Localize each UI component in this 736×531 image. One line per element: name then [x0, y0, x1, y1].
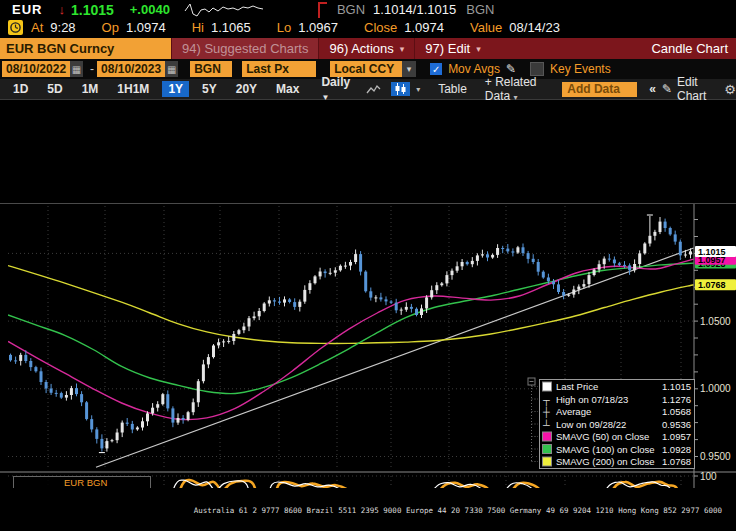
bid-source: BGN	[337, 2, 365, 17]
value-label: Value	[470, 20, 502, 35]
svg-text:0.9536: 0.9536	[662, 419, 691, 430]
at-label: At	[31, 20, 43, 35]
svg-text:100: 100	[700, 471, 717, 482]
ask-source: BGN	[466, 2, 494, 17]
period-label: Daily	[321, 75, 350, 89]
svg-text:1.0768: 1.0768	[698, 280, 726, 290]
currency-dropdown-button[interactable]: ▾	[402, 61, 416, 77]
chart-area: 1.05001.00000.95001.09281.07681.09571.10…	[0, 100, 736, 488]
svg-text:1.0928: 1.0928	[662, 444, 691, 455]
intraday-sparkline	[184, 2, 266, 17]
range-20y[interactable]: 20Y	[230, 81, 263, 97]
value-date: 08/14/23	[509, 20, 560, 35]
page-title: Candle Chart	[651, 38, 736, 59]
svg-text:SMAVG (50) on Close: SMAVG (50) on Close	[556, 431, 649, 442]
svg-text:0.9500: 0.9500	[700, 451, 731, 462]
svg-text:1.0568: 1.0568	[662, 406, 691, 417]
ticker-symbol: EUR	[12, 2, 42, 17]
svg-text:1.1276: 1.1276	[662, 394, 691, 405]
edit-chart-button[interactable]: Edit Chart	[677, 75, 714, 103]
chart-toolbar: 1D 5D 1M 1H1M 1Y 5Y 20Y Max Daily ▼ ▾ Ta…	[0, 79, 736, 100]
range-1d[interactable]: 1D	[7, 81, 34, 97]
chart-settings-gear-icon[interactable]: ⚙	[724, 82, 736, 97]
svg-text:1.0957: 1.0957	[662, 431, 691, 442]
line-chart-type-button[interactable]	[366, 84, 381, 95]
range-5y[interactable]: 5Y	[196, 81, 223, 97]
quote-bracket	[318, 2, 327, 18]
date-range-separator: -	[90, 62, 94, 76]
low-value: 1.0967	[298, 20, 338, 35]
quote-bar: EUR ↓ 1.1015 +.0040 BGN 1.1014/1.1015 BG…	[0, 0, 736, 38]
svg-text:1.0768: 1.0768	[662, 456, 691, 467]
date-to-field[interactable]: 08/10/2023	[97, 61, 165, 77]
svg-text:Low on 09/28/22: Low on 09/28/22	[556, 419, 626, 430]
range-1m[interactable]: 1M	[76, 81, 105, 97]
close-value: 1.0974	[404, 20, 444, 35]
settings-bar: 08/10/2022 ▦ - 08/10/2023 ▦ BGN Last Px …	[0, 59, 736, 79]
range-1y[interactable]: 1Y	[162, 81, 189, 97]
svg-text:EUR BGN: EUR BGN	[64, 477, 107, 488]
related-data-button[interactable]: + Related Data ▾	[485, 75, 546, 103]
last-price: 1.1015	[71, 2, 114, 18]
security-field[interactable]: EUR BGN Curncy	[0, 38, 171, 59]
svg-text:1.1015: 1.1015	[698, 247, 726, 257]
edit-mov-avgs-pencil-icon[interactable]: ✎	[506, 62, 516, 76]
terminal-footer: Australia 61 2 9777 8600 Brazil 5511 239…	[0, 488, 722, 531]
mov-avgs-checkbox[interactable]: ✓	[430, 63, 442, 75]
svg-text:SMAVG (200) on Close: SMAVG (200) on Close	[556, 456, 655, 467]
svg-text:1.1015: 1.1015	[662, 381, 691, 392]
clock-icon	[8, 20, 23, 35]
edit-chart-pencil-icon[interactable]: ✎	[662, 82, 672, 96]
related-data-label: + Related Data	[485, 75, 537, 103]
edit-menu-button[interactable]: 97) Edit ▾	[414, 38, 490, 59]
price-down-arrow-icon: ↓	[58, 2, 65, 17]
chart-legend[interactable]: Last Price1.1015┬High on 07/18/231.1276┼…	[528, 378, 695, 469]
calendar-icon[interactable]: ▦	[165, 61, 178, 77]
suggested-charts-button[interactable]: 94) Suggested Charts	[171, 38, 318, 59]
key-events-checkbox[interactable]	[530, 62, 544, 76]
range-1h1m[interactable]: 1H1M	[111, 81, 155, 97]
range-5d[interactable]: 5D	[41, 81, 68, 97]
mov-avgs-label: Mov Avgs	[448, 62, 500, 76]
range-max[interactable]: Max	[270, 81, 305, 97]
open-label: Op	[102, 20, 119, 35]
candle-chart-type-button[interactable]	[391, 82, 410, 96]
table-button[interactable]: Table	[438, 82, 467, 96]
collapse-panel-button[interactable]: «	[649, 82, 656, 96]
svg-text:┴: ┴	[542, 419, 550, 430]
calendar-icon[interactable]: ▦	[70, 61, 83, 77]
svg-text:Last Price: Last Price	[556, 381, 598, 392]
chevron-down-icon: ▾	[476, 44, 481, 54]
close-label: Close	[364, 20, 397, 35]
price-chart[interactable]: 1.05001.00000.95001.09281.07681.09571.10…	[0, 100, 736, 488]
svg-text:1.0500: 1.0500	[700, 316, 731, 327]
svg-text:Average: Average	[556, 406, 591, 417]
chart-type-dropdown-caret[interactable]: ▾	[416, 85, 420, 94]
svg-text:SMAVG (100) on Close: SMAVG (100) on Close	[556, 444, 655, 455]
footer-line-1: Australia 61 2 9777 8600 Brazil 5511 239…	[0, 506, 722, 515]
at-time: 9:28	[50, 20, 75, 35]
svg-text:High on 07/18/23: High on 07/18/23	[556, 394, 628, 405]
edit-label: 97) Edit	[425, 41, 470, 56]
study-legend[interactable]: EUR BGN%DS(5)23.2836%DSS(3)25.4702	[14, 477, 151, 489]
price-field-selector[interactable]: Last Px	[242, 61, 316, 77]
svg-text:1.0000: 1.0000	[700, 383, 731, 394]
high-label: Hi	[192, 20, 204, 35]
price-change: +.0040	[130, 2, 170, 17]
open-value: 1.0974	[126, 20, 166, 35]
low-label: Lo	[277, 20, 291, 35]
actions-label: 96) Actions	[329, 41, 393, 56]
price-badges: 1.09281.07681.09571.1015	[695, 246, 736, 290]
date-from-field[interactable]: 08/10/2022	[2, 61, 70, 77]
svg-text:┼: ┼	[542, 406, 550, 418]
menu-bar: EUR BGN Curncy 94) Suggested Charts 96) …	[0, 38, 736, 59]
key-events-label: Key Events	[550, 62, 611, 76]
price-source-field[interactable]: BGN	[190, 61, 232, 77]
chevron-down-icon: ▾	[400, 44, 405, 54]
bid-ask: 1.1014/1.1015	[373, 2, 456, 17]
add-data-input[interactable]: Add Data	[562, 82, 637, 97]
bloomberg-terminal-window: EUR ↓ 1.1015 +.0040 BGN 1.1014/1.1015 BG…	[0, 0, 736, 531]
high-value: 1.1065	[211, 20, 251, 35]
actions-menu-button[interactable]: 96) Actions ▾	[318, 38, 414, 59]
